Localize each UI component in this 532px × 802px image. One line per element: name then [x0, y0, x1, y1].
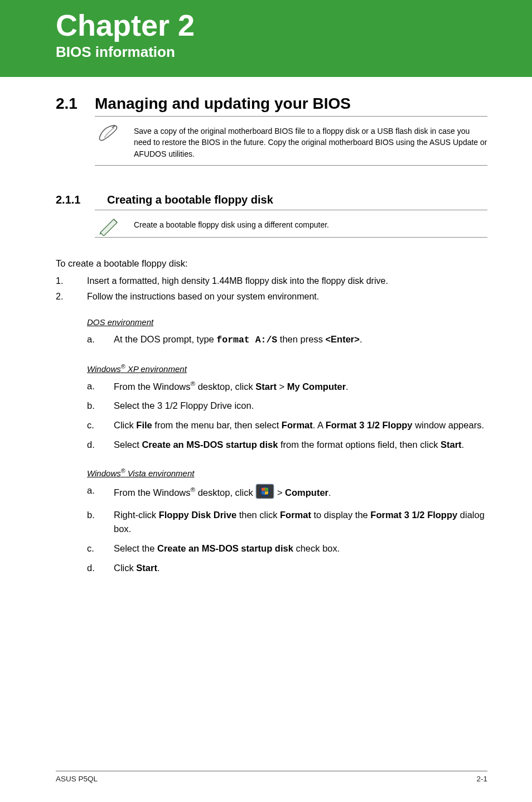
env-heading-dos: DOS environment	[87, 317, 487, 327]
hand-note-icon	[95, 121, 124, 143]
section-heading-2-1-1: 2.1.1 Creating a bootable floppy disk	[56, 194, 487, 206]
item-letter: b.	[87, 399, 114, 413]
chapter-subtitle: BIOS information	[56, 44, 499, 61]
step-number: 2.	[56, 292, 87, 302]
item-letter: a.	[87, 379, 114, 393]
windows-start-orb-icon	[255, 484, 274, 503]
step-number: 1.	[56, 276, 87, 286]
footer-left: ASUS P5QL	[56, 775, 98, 783]
item-letter: c.	[87, 542, 114, 555]
ordered-steps: 1. Insert a formatted, high density 1.44…	[56, 276, 487, 302]
item-text: At the DOS prompt, type format A:/S then…	[114, 332, 487, 347]
section-number: 2.1	[56, 95, 95, 113]
item-letter: d.	[87, 438, 114, 452]
item-letter: b.	[87, 508, 114, 536]
list-item: 2. Follow the instructions based on your…	[56, 292, 487, 302]
item-letter: a.	[87, 332, 114, 347]
xp-list: a. From the Windows® desktop, click Star…	[87, 379, 487, 452]
list-item: d. Click Start.	[87, 561, 487, 575]
list-item: 1. Insert a formatted, high density 1.44…	[56, 276, 487, 286]
tip-callout: Create a bootable floppy disk using a di…	[95, 210, 487, 238]
item-text: Click Start.	[114, 561, 487, 575]
section-heading-2-1: 2.1 Managing and updating your BIOS	[56, 95, 487, 113]
intro-line: To create a bootable floppy disk:	[56, 257, 487, 271]
step-text: Follow the instructions based on your sy…	[87, 292, 487, 302]
step-text: Insert a formatted, high density 1.44MB …	[87, 276, 487, 286]
item-text: From the Windows® desktop, click Start >…	[114, 379, 487, 393]
subsection-title: Creating a bootable floppy disk	[107, 194, 273, 206]
pencil-tip-icon	[95, 215, 124, 236]
item-letter: a.	[87, 484, 114, 503]
list-item: a. From the Windows® desktop, click Star…	[87, 379, 487, 393]
note-callout: Save a copy of the original motherboard …	[95, 116, 487, 166]
vista-list: a. From the Windows® desktop, click > Co…	[87, 484, 487, 575]
list-item: c. Select the Create an MS-DOS startup d…	[87, 542, 487, 555]
tip-text: Create a bootable floppy disk using a di…	[134, 215, 487, 235]
section-title: Managing and updating your BIOS	[95, 95, 351, 113]
page-content: 2.1 Managing and updating your BIOS Save…	[0, 77, 532, 574]
list-item: c. Click File from the menu bar, then se…	[87, 418, 487, 432]
item-text: Select the 3 1/2 Floppy Drive icon.	[114, 399, 487, 413]
list-item: b. Right-click Floppy Disk Drive then cl…	[87, 508, 487, 536]
item-letter: d.	[87, 561, 114, 575]
env-heading-vista: Windows® Vista environment	[87, 467, 487, 478]
item-text: Click File from the menu bar, then selec…	[114, 418, 487, 432]
item-text: Right-click Floppy Disk Drive then click…	[114, 508, 487, 536]
env-heading-xp: Windows® XP environment	[87, 363, 487, 374]
item-text: From the Windows® desktop, click > Compu…	[114, 484, 487, 503]
item-letter: c.	[87, 418, 114, 432]
dos-list: a. At the DOS prompt, type format A:/S t…	[87, 332, 487, 347]
list-item: b. Select the 3 1/2 Floppy Drive icon.	[87, 399, 487, 413]
subsection-number: 2.1.1	[56, 194, 107, 206]
page-footer: ASUS P5QL 2-1	[56, 771, 487, 783]
item-text: Select Create an MS-DOS startup disk fro…	[114, 438, 487, 452]
item-text: Select the Create an MS-DOS startup disk…	[114, 542, 487, 555]
list-item: a. At the DOS prompt, type format A:/S t…	[87, 332, 487, 347]
chapter-header: Chapter 2 BIOS information	[0, 0, 532, 77]
list-item: d. Select Create an MS-DOS startup disk …	[87, 438, 487, 452]
note-text: Save a copy of the original motherboard …	[134, 121, 487, 164]
footer-page-number: 2-1	[476, 775, 487, 783]
chapter-title: Chapter 2	[56, 8, 499, 42]
command-text: format A:/S	[216, 335, 277, 345]
list-item: a. From the Windows® desktop, click > Co…	[87, 484, 487, 503]
